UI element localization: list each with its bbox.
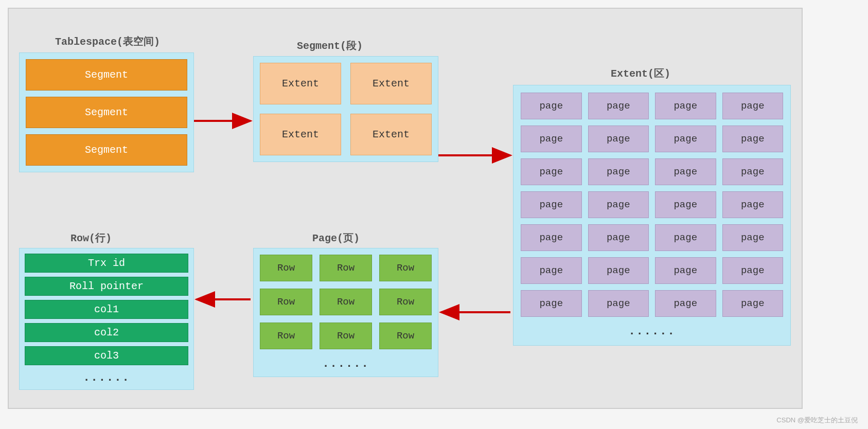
- extent-page-item: page: [521, 191, 582, 218]
- page-row-item: Row: [260, 323, 312, 349]
- row-container: Trx idRoll pointercol1col2col3......: [19, 248, 194, 390]
- extent-title: Extent(区): [611, 66, 670, 80]
- row-grid: RowRowRowRowRowRowRowRowRow: [260, 255, 432, 349]
- extent-page-item: page: [588, 93, 649, 119]
- extent-page-item: page: [722, 257, 784, 284]
- segment-extent-item: Extent: [350, 63, 432, 104]
- extent-page-item: page: [722, 191, 784, 218]
- extent-ellipsis: ......: [521, 323, 783, 338]
- segment-container: ExtentExtentExtentExtent: [253, 56, 438, 162]
- extent-page-item: page: [655, 93, 716, 119]
- extent-page-item: page: [521, 93, 582, 119]
- extent-page-item: page: [655, 191, 716, 218]
- row-field-item: col1: [25, 300, 188, 319]
- page-row-item: Row: [260, 289, 312, 315]
- segment-extent-item: Extent: [260, 114, 341, 155]
- extent-page-item: page: [588, 191, 649, 218]
- page-row-item: Row: [379, 255, 432, 281]
- extent-page-item: page: [588, 158, 649, 185]
- extent-page-item: page: [521, 290, 582, 317]
- row-field-item: col2: [25, 323, 188, 342]
- row-ellipsis: ......: [25, 369, 188, 384]
- segment-title: Segment(段): [297, 39, 363, 52]
- page-row-item: Row: [379, 323, 432, 349]
- extent-page-item: page: [722, 290, 784, 317]
- extent-page-item: page: [722, 93, 784, 119]
- page-title: Page(页): [312, 231, 360, 245]
- tablespace-segment-item: Segment: [26, 59, 187, 91]
- tablespace-segment-item: Segment: [26, 134, 187, 166]
- extent-page-item: page: [655, 290, 716, 317]
- tablespace-container: SegmentSegmentSegment: [19, 52, 194, 172]
- extent-grid: ExtentExtentExtentExtent: [260, 63, 432, 155]
- segment-extent-item: Extent: [260, 63, 341, 104]
- segment-extent-item: Extent: [350, 114, 432, 155]
- tablespace-segment-item: Segment: [26, 97, 187, 128]
- extent-page-item: page: [588, 224, 649, 251]
- page-row-item: Row: [260, 255, 312, 281]
- row-field-item: Trx id: [25, 254, 188, 273]
- extent-page-item: page: [521, 158, 582, 185]
- diagram-canvas: Tablespace(表空间) SegmentSegmentSegment Se…: [8, 8, 803, 409]
- page-grid: pagepagepagepagepagepagepagepagepagepage…: [521, 93, 783, 317]
- extent-page-item: page: [521, 224, 582, 251]
- extent-page-item: page: [521, 257, 582, 284]
- row-field-item: Roll pointer: [25, 277, 188, 296]
- extent-page-item: page: [655, 126, 716, 152]
- page-row-item: Row: [320, 255, 372, 281]
- watermark: CSDN @爱吃芝士的土豆倪: [776, 416, 858, 425]
- page-row-item: Row: [320, 323, 372, 349]
- page-container: RowRowRowRowRowRowRowRowRow ......: [253, 248, 438, 377]
- tablespace-title: Tablespace(表空间): [55, 34, 160, 48]
- extent-page-item: page: [722, 126, 784, 152]
- row-field-item: col3: [25, 346, 188, 365]
- extent-page-item: page: [722, 158, 784, 185]
- extent-page-item: page: [655, 224, 716, 251]
- page-row-item: Row: [379, 289, 432, 315]
- extent-page-item: page: [655, 257, 716, 284]
- extent-page-item: page: [588, 126, 649, 152]
- page-row-item: Row: [320, 289, 372, 315]
- extent-page-item: page: [588, 257, 649, 284]
- extent-container: pagepagepagepagepagepagepagepagepagepage…: [513, 85, 791, 346]
- extent-page-item: page: [521, 126, 582, 152]
- row-title: Row(行): [70, 231, 112, 245]
- extent-page-item: page: [655, 158, 716, 185]
- extent-page-item: page: [722, 224, 784, 251]
- extent-page-item: page: [588, 290, 649, 317]
- page-ellipsis: ......: [260, 355, 432, 370]
